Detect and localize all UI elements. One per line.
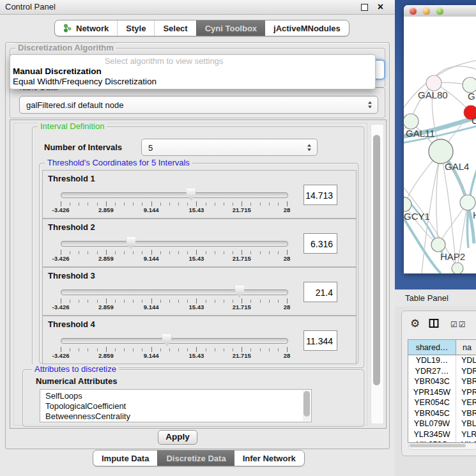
threshold-4-value-field[interactable]: 11.344 xyxy=(303,330,337,351)
node-partial[interactable] xyxy=(452,263,463,273)
number-of-intervals-combobox[interactable]: 5 xyxy=(141,139,318,156)
close-traffic-light-icon[interactable] xyxy=(410,8,417,15)
list-scrollbar[interactable] xyxy=(303,390,311,421)
float-window-icon[interactable] xyxy=(361,4,368,11)
cell[interactable]: YBR0 xyxy=(456,408,476,419)
threshold-1-slider[interactable] xyxy=(61,188,287,201)
list-item[interactable]: TopologicalCoefficient xyxy=(40,401,311,411)
table-row[interactable]: YBR045CYBR0 xyxy=(408,408,476,419)
table-horizontal-scrollbar[interactable] xyxy=(408,443,476,450)
tab-discretize-data[interactable]: Discretize Data xyxy=(157,450,234,466)
zoom-traffic-light-icon[interactable] xyxy=(436,8,443,15)
node-attribute-table[interactable]: shared… na YDL19…YDL1 YDR27…YDR2 YBR043C… xyxy=(408,339,476,443)
node-hap2[interactable] xyxy=(431,238,445,252)
table-row[interactable]: YBR043CYBR0 xyxy=(408,376,476,387)
network-view-window[interactable]: GAL80 G C GAL11 GAL4 GCY1 H HAP2 xyxy=(404,5,476,273)
split-columns-icon[interactable] xyxy=(429,318,440,332)
tab-jactivemnodules[interactable]: jActiveMNodules xyxy=(265,20,349,36)
node-h[interactable] xyxy=(460,195,475,210)
tab-label: Style xyxy=(126,24,146,33)
cell[interactable]: YPR145W xyxy=(408,387,456,398)
axis-tick-label: -3.426 xyxy=(52,206,70,213)
checkbox-icons[interactable]: ☑☑ xyxy=(450,320,467,329)
tab-style[interactable]: Style xyxy=(117,20,154,36)
cell[interactable]: YER054C xyxy=(408,397,456,408)
slider-thumb[interactable] xyxy=(162,334,172,346)
node-gal11[interactable] xyxy=(404,114,418,129)
threshold-2-value-field[interactable]: 6.316 xyxy=(303,233,337,254)
tab-select[interactable]: Select xyxy=(154,20,196,36)
dropdown-option-manual-discretization[interactable]: Manual Discretization xyxy=(13,66,102,76)
table-row[interactable]: YLR345WYLR3 xyxy=(408,429,476,440)
combobox-value: 5 xyxy=(148,142,153,152)
tab-label: Discretize Data xyxy=(166,454,226,463)
panel-scrollbar[interactable] xyxy=(371,124,384,424)
cell[interactable]: YLR345W xyxy=(408,429,456,440)
cell[interactable]: YBR0 xyxy=(456,376,476,387)
tab-infer-network[interactable]: Infer Network xyxy=(234,450,304,466)
panel-title: Control Panel xyxy=(5,2,56,12)
axis-tick-label: 15.43 xyxy=(189,206,204,213)
minimize-traffic-light-icon[interactable] xyxy=(423,8,430,15)
cell[interactable]: YBR043C xyxy=(408,376,456,387)
table-data-combobox[interactable]: galFiltered.sif default node xyxy=(19,96,378,114)
cell[interactable]: YDL19… xyxy=(408,355,456,366)
axis-tick-label: -3.426 xyxy=(52,303,70,311)
node-gcy1[interactable] xyxy=(404,197,411,211)
cell[interactable]: YBL0 xyxy=(456,418,476,429)
slider-track[interactable] xyxy=(61,192,288,198)
table-row[interactable]: YDL19…YDL1 xyxy=(408,355,476,366)
tab-impute-data[interactable]: Impute Data xyxy=(93,450,157,466)
threshold-4-slider[interactable] xyxy=(61,334,287,347)
threshold-1-value-field[interactable]: 14.713 xyxy=(303,185,337,205)
cell[interactable]: YBL079W xyxy=(408,418,456,429)
cell[interactable]: YDR27… xyxy=(408,366,456,377)
scrollbar-thumb[interactable] xyxy=(373,135,380,385)
cell[interactable]: YER0 xyxy=(456,397,476,408)
axis-tick-label: 28 xyxy=(284,352,291,359)
thresholds-group: Threshold's Coordinates for 5 Intervals … xyxy=(39,163,358,364)
node-gal80[interactable] xyxy=(426,75,441,91)
gear-icon[interactable]: ⚙ xyxy=(410,317,420,330)
apply-button[interactable]: Apply xyxy=(158,430,197,445)
cell[interactable]: YDL1 xyxy=(456,355,476,366)
slider-major-ticks xyxy=(61,250,288,255)
table-panel: ⚙ ☑☑ shared… na YDL19…YDL1 YDR27…YDR2 YB… xyxy=(401,311,476,456)
table-row[interactable]: YBL079WYBL0 xyxy=(408,418,476,429)
slider-thumb[interactable] xyxy=(234,286,244,298)
list-item[interactable]: BetweennessCentrality xyxy=(40,411,311,422)
threshold-2-slider[interactable] xyxy=(61,237,287,250)
table-row[interactable]: YER054CYER0 xyxy=(408,397,476,408)
slider-track[interactable] xyxy=(61,289,288,295)
cell[interactable]: YDR2 xyxy=(456,366,476,377)
axis-tick-label: 28 xyxy=(284,303,291,311)
slider-axis: -3.426 2.859 9.144 15.43 21.715 28 xyxy=(61,206,287,214)
dropdown-option-equal-width-frequency[interactable]: Equal Width/Frequency Discretization xyxy=(13,77,157,86)
cell[interactable]: YPR1 xyxy=(456,387,476,398)
threshold-3-slider[interactable] xyxy=(61,286,287,298)
cell[interactable]: YBR045C xyxy=(408,408,456,419)
column-header-shared-name[interactable]: shared… xyxy=(408,340,456,355)
network-canvas[interactable]: GAL80 G C GAL11 GAL4 GCY1 H HAP2 xyxy=(404,17,476,273)
stepper-icon xyxy=(307,144,311,151)
list-item[interactable]: SelfLoops xyxy=(40,390,311,401)
scrollbar-thumb[interactable] xyxy=(410,444,466,447)
threshold-3-value-field[interactable]: 21.4 xyxy=(303,282,337,302)
slider-thumb[interactable] xyxy=(126,237,135,249)
slider-track[interactable] xyxy=(61,338,288,344)
node-gal4[interactable] xyxy=(429,139,453,164)
table-row[interactable]: YPR145WYPR1 xyxy=(408,387,476,398)
slider-track[interactable] xyxy=(61,241,288,247)
table-data-group: Table Data galFiltered.sif default node xyxy=(10,88,385,118)
cell[interactable]: YLR3 xyxy=(456,429,476,440)
axis-tick-label: 2.859 xyxy=(98,303,114,311)
network-window-titlebar[interactable] xyxy=(404,5,476,17)
tab-cyni-toolbox[interactable]: Cyni Toolbox xyxy=(196,20,265,36)
node-label: H xyxy=(473,210,476,220)
table-row[interactable]: YDR27…YDR2 xyxy=(408,366,476,377)
tab-network[interactable]: Network xyxy=(55,20,117,36)
close-icon[interactable]: × xyxy=(378,0,383,14)
column-header-name[interactable]: na xyxy=(456,340,476,355)
slider-thumb[interactable] xyxy=(187,188,196,201)
numerical-attributes-list[interactable]: SelfLoops TopologicalCoefficient Between… xyxy=(40,389,312,422)
